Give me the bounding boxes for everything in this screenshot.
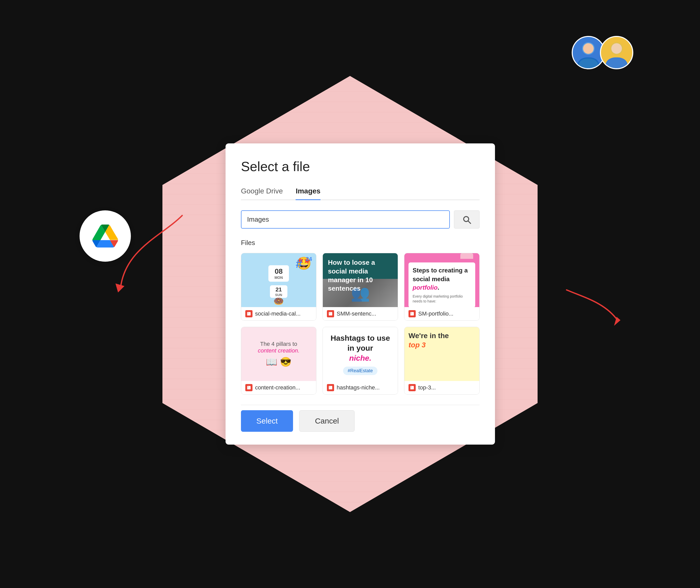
file-img-icon-2 [327,310,334,317]
thumb-6: We're in the top 3 [404,327,479,381]
calendar-block: 08 MON [268,265,289,282]
svg-marker-8 [115,283,124,292]
select-file-dialog: Select a file Google Drive Images Files … [226,143,495,445]
file-name-3: SM-portfolio... [418,310,453,317]
thumb6-text: We're in the [409,332,449,340]
cancel-button[interactable]: Cancel [299,410,354,432]
portfolio-italic: portfolio [413,284,437,291]
file-card-5[interactable]: Hashtags to use in your niche. #RealEsta… [323,327,398,395]
svg-point-21 [329,387,330,387]
thumb-4: The 4 pillars to content creation. 📖😎 [241,327,316,381]
svg-point-23 [411,387,412,387]
avatar-2 [600,36,633,69]
file-img-icon-1 [245,310,252,317]
tab-google-drive[interactable]: Google Drive [241,187,283,200]
file-img-icon-3 [409,310,416,317]
thumb5-text: Hashtags to use in your [330,334,390,352]
file-card-1[interactable]: 🤩 # 24 08 MON 🎮 21 SUN 🍩 social-media- [241,253,316,321]
portfolio-subtitle: Every digital marketing portfolio needs … [413,294,471,304]
file-card-2[interactable]: How to loose a social media manager in 1… [323,253,398,321]
file-name-row-6: top-3... [404,381,479,394]
svg-line-11 [468,221,471,223]
file-name-row-5: hashtags-niche... [323,381,398,394]
search-row [241,210,480,229]
thumb-1: 🤩 # 24 08 MON 🎮 21 SUN 🍩 [241,253,316,307]
files-label: Files [241,239,480,247]
file-name-5: hashtags-niche... [337,384,380,391]
svg-point-15 [329,313,330,313]
search-input[interactable] [241,210,450,229]
svg-marker-9 [614,317,620,326]
file-name-row-4: content-creation... [241,381,316,394]
select-button[interactable]: Select [241,410,293,432]
search-icon [462,215,471,224]
thumb4-italic: content creation. [258,347,300,354]
file-name-2: SMM-sentenc... [337,310,376,317]
file-name-1: social-media-cal... [255,310,300,317]
thumb5-italic: niche. [349,354,372,362]
arrow-right [564,282,626,334]
folder-tab [460,253,473,259]
thumb4-text: The 4 pillars to [260,341,297,347]
svg-point-6 [611,43,622,54]
file-name-row-1: social-media-cal... [241,307,316,320]
portfolio-card: Steps to creating a social media portfol… [409,262,475,307]
file-name-6: top-3... [418,384,436,391]
file-card-3[interactable]: Steps to creating a social media portfol… [404,253,480,321]
tab-bar: Google Drive Images [241,187,480,200]
thumb6-italic: top 3 [409,341,426,349]
file-name-4: content-creation... [255,384,300,391]
thumb4-icons: 📖😎 [266,357,291,367]
thumb5-badge: #RealEstate [343,367,377,375]
file-img-icon-6 [409,384,416,391]
file-img-icon-4 [245,384,252,391]
tab-images[interactable]: Images [296,187,320,200]
portfolio-title: Steps to creating a social media [413,267,468,282]
file-name-row-3: SM-portfolio... [404,307,479,320]
file-card-6[interactable]: We're in the top 3 top-3... [404,327,480,395]
drive-logo [80,210,131,262]
svg-point-2 [583,43,594,54]
avatars-group [577,36,633,69]
button-row: Select Cancel [241,405,480,432]
file-name-row-2: SMM-sentenc... [323,307,398,320]
file-grid: 🤩 # 24 08 MON 🎮 21 SUN 🍩 social-media- [241,253,480,395]
file-img-icon-5 [327,384,334,391]
search-button[interactable] [454,210,480,229]
thumb-2-title: How to loose a social media manager in 1… [328,258,393,293]
file-card-4[interactable]: The 4 pillars to content creation. 📖😎 co… [241,327,316,395]
dialog-title: Select a file [241,159,480,174]
svg-point-13 [248,313,248,313]
thumb-5: Hashtags to use in your niche. #RealEsta… [323,327,398,381]
thumb-2: How to loose a social media manager in 1… [323,253,398,307]
svg-point-19 [248,387,248,387]
thumb-3: Steps to creating a social media portfol… [404,253,479,307]
svg-point-17 [411,313,412,313]
